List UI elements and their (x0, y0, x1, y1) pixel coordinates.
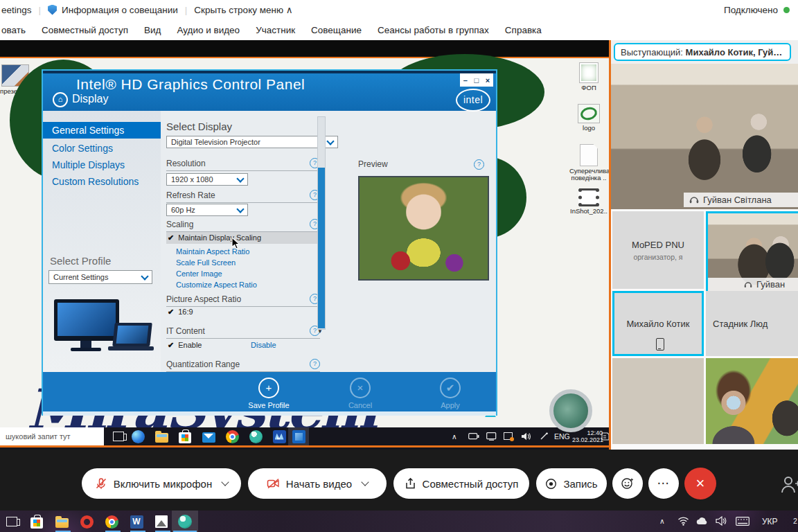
scaling-section-label: Scaling (166, 219, 320, 232)
participant-video-woman[interactable] (706, 358, 798, 444)
nav-multiple-displays[interactable]: Multiple Displays (43, 157, 161, 173)
scaling-option[interactable]: Customize Aspect Ratio (176, 281, 257, 289)
participant-tile-guivan-video[interactable]: Гуйван (706, 211, 798, 293)
chevron-down-icon[interactable] (361, 478, 369, 486)
webex-icon[interactable] (248, 429, 263, 444)
refresh-rate-dropdown[interactable]: 60p Hz (166, 204, 248, 216)
mail-icon[interactable] (201, 429, 216, 444)
start-video-button[interactable]: Начать видео (248, 468, 387, 499)
maximize-button[interactable]: □ (475, 76, 479, 85)
x-icon: × (350, 378, 371, 398)
active-speaker-names: Михайло Котик, Гуй… (686, 47, 783, 57)
it-content-section-label: IT Content (166, 326, 320, 339)
ms-store-icon[interactable] (177, 429, 193, 444)
connect-display-icon[interactable] (486, 432, 497, 441)
participant-tile-stadnyk[interactable]: Стадник Люд (706, 291, 798, 356)
host-file-explorer-icon[interactable] (54, 514, 69, 529)
tray-chevron-up-icon[interactable]: ∧ (452, 432, 457, 441)
notification-app-icon[interactable] (504, 432, 513, 440)
nav-custom-resolutions[interactable]: Custom Resolutions (43, 173, 161, 190)
host-webex-active-app[interactable] (172, 511, 198, 532)
participant-video-man[interactable] (612, 358, 704, 444)
resolution-dropdown[interactable]: 1920 x 1080 (166, 173, 248, 186)
shared-language-indicator[interactable]: ENG (554, 432, 570, 441)
desktop-icon-video-file[interactable]: InShot_202.. (569, 188, 608, 215)
meeting-info-button[interactable]: Информация о совещании (62, 5, 178, 15)
smiley-icon (621, 477, 635, 490)
host-task-view-icon[interactable] (4, 514, 19, 529)
reactions-button[interactable] (612, 468, 643, 499)
scaling-option[interactable]: Center Image (176, 269, 222, 278)
intel-panel-taskbar-active[interactable] (288, 427, 309, 445)
host-chrome-icon[interactable] (104, 514, 119, 529)
aspect-ratio-value[interactable]: 16:9 (168, 308, 193, 317)
help-icon[interactable] (474, 159, 484, 170)
blue-app-icon[interactable] (272, 429, 287, 444)
share-content-button[interactable]: Совместный доступ (393, 468, 529, 499)
pen-icon[interactable] (540, 432, 549, 441)
desktop-icon-fop[interactable]: ФОП (569, 62, 608, 91)
unmute-button[interactable]: Включить микрофон (82, 468, 241, 499)
active-speaker-video[interactable]: Гуйван Світлана (611, 64, 798, 209)
menu-item-audio-video[interactable]: Аудио и видео (177, 25, 240, 35)
host-photos-icon[interactable] (154, 514, 169, 529)
host-clock-partial[interactable]: 2 (793, 517, 797, 525)
menu-item-view[interactable]: Вид (144, 25, 161, 35)
scroll-down-arrow-icon[interactable]: ▼ (317, 328, 323, 335)
active-speaker-pill[interactable]: Выступающий: Михайло Котик, Гуй… (614, 43, 791, 61)
host-language-indicator[interactable]: УКР (762, 517, 778, 526)
touch-keyboard-icon[interactable] (736, 517, 750, 526)
host-word-icon[interactable]: W (129, 514, 144, 529)
save-profile-button[interactable]: + Save Profile (238, 372, 300, 409)
host-opera-icon[interactable] (79, 514, 94, 529)
menu-item-share[interactable]: Совместный доступ (42, 25, 128, 35)
wifi-icon[interactable] (677, 516, 689, 526)
participants-panel-icon[interactable] (780, 475, 798, 493)
speaker-icon[interactable] (521, 432, 531, 441)
nav-general-settings[interactable]: General Settings (43, 122, 161, 139)
participant-tile-kotyk[interactable]: Михайло Котик (612, 291, 704, 356)
record-button[interactable]: Запись (536, 468, 607, 499)
help-icon[interactable] (310, 359, 320, 369)
it-content-disable-link[interactable]: Disable (251, 341, 276, 349)
record-icon (545, 478, 557, 490)
it-content-value[interactable]: Enable (168, 341, 202, 350)
host-store-icon[interactable] (29, 514, 44, 529)
chrome-icon[interactable] (224, 429, 240, 444)
self-view-bubble[interactable] (549, 389, 592, 432)
menu-item-partial[interactable]: овать (1, 25, 26, 35)
chevron-down-icon[interactable] (222, 478, 229, 486)
task-view-icon[interactable] (111, 429, 126, 444)
home-icon[interactable]: ⌂ (53, 92, 68, 107)
host-speaker-icon[interactable] (716, 516, 727, 526)
menu-item-breakout[interactable]: Сеансы работы в группах (378, 25, 489, 35)
participant-tile-moped[interactable]: MoPED PNU организатор, я (612, 211, 704, 289)
scaling-option-selected[interactable]: Maintain Display Scaling (166, 232, 320, 244)
shared-search-box[interactable]: шуковий запит тут (0, 427, 104, 445)
menu-item-participant[interactable]: Участник (256, 25, 295, 35)
scrollbar-thumb[interactable] (318, 168, 325, 328)
action-center-icon[interactable] (601, 432, 610, 441)
close-button[interactable]: × (486, 76, 490, 85)
shared-clock[interactable]: 12:40 23.02.2021 (572, 429, 603, 443)
more-options-button[interactable]: ⋯ (648, 468, 679, 499)
apply-button[interactable]: ✔ Apply (419, 372, 481, 409)
host-tray-chevron-icon[interactable]: ∧ (659, 517, 665, 525)
cancel-button[interactable]: × Cancel (329, 372, 391, 409)
profile-dropdown[interactable]: Current Settings (48, 270, 152, 284)
hide-menu-button[interactable]: Скрыть строку меню ∧ (194, 4, 292, 15)
edge-icon[interactable] (130, 429, 145, 444)
file-explorer-icon[interactable] (154, 429, 169, 444)
menu-item-help[interactable]: Справка (505, 25, 542, 35)
leave-meeting-button[interactable]: × (684, 468, 716, 499)
scaling-option[interactable]: Scale Full Screen (176, 258, 236, 267)
display-dropdown[interactable]: Digital Television Projector (166, 136, 338, 148)
nav-color-settings[interactable]: Color Settings (43, 140, 161, 157)
desktop-icon-logo[interactable]: logo (569, 104, 608, 132)
onedrive-cloud-icon[interactable] (696, 517, 709, 525)
minimize-button[interactable]: – (463, 76, 468, 85)
blank-document-icon (580, 144, 598, 166)
desktop-icon-document[interactable]: Суперечлива поведінка .. (569, 144, 608, 181)
menu-item-meeting[interactable]: Совещание (311, 25, 362, 35)
battery-icon[interactable] (468, 433, 479, 440)
